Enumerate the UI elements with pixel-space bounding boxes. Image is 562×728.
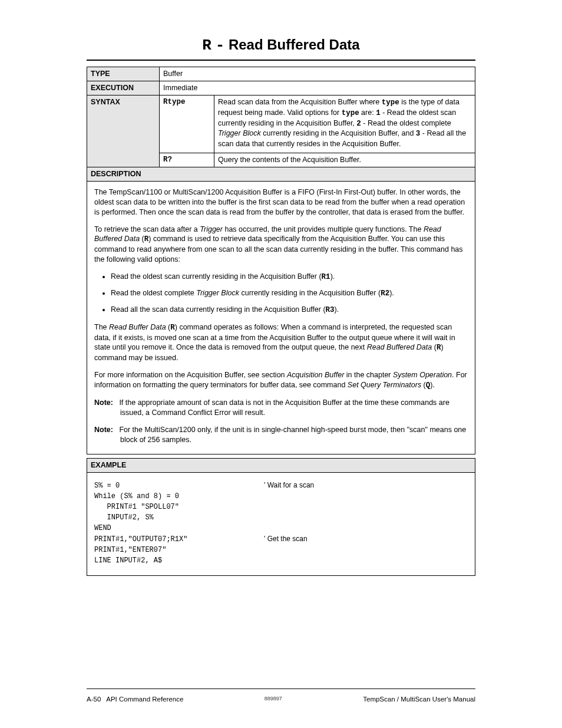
syntax1-description: Read scan data from the Acquisition Buff… <box>214 95 475 153</box>
options-list: Read the oldest scan currently residing … <box>94 272 468 315</box>
note-1: Note: If the appropriate amount of scan … <box>94 398 468 418</box>
example-body: S% = 0 ' Wait for a scan While (S% and 8… <box>87 473 475 576</box>
description-label: DESCRIPTION <box>87 167 475 182</box>
page-title: R - Read Buffered Data <box>87 35 475 56</box>
footer-rule <box>87 689 475 689</box>
syntax2-description: Query the contents of the Acquisition Bu… <box>214 153 475 167</box>
option-r2: Read the oldest complete Trigger Block c… <box>111 288 468 299</box>
execution-label: EXECUTION <box>87 81 160 95</box>
title-heading: Read Buffered Data <box>229 37 360 52</box>
option-r3: Read all the scan data currently residin… <box>111 305 468 315</box>
footer-right: TempScan / MultiScan User's Manual <box>363 695 475 704</box>
note-2: Note: For the MultiScan/1200 only, if th… <box>94 425 468 445</box>
command-table: TYPE Buffer EXECUTION Immediate SYNTAX R… <box>87 67 475 182</box>
execution-value: Immediate <box>160 81 475 95</box>
example-header: EXAMPLE <box>87 458 475 473</box>
syntax1-cmd: Rtype <box>160 95 214 153</box>
page-footer: A-50 API Command Reference 889897 TempSc… <box>87 695 475 704</box>
desc-p4: For more information on the Acquisition … <box>94 370 468 391</box>
footer-center: 889897 <box>265 695 282 704</box>
example-label: EXAMPLE <box>87 459 475 473</box>
desc-p2: To retrieve the scan data after a Trigge… <box>94 225 468 265</box>
type-value: Buffer <box>160 67 475 81</box>
footer-left: A-50 API Command Reference <box>87 695 183 704</box>
title-dash: - <box>216 37 225 54</box>
type-label: TYPE <box>87 67 160 81</box>
title-cmdletter: R <box>202 37 211 54</box>
desc-p1: The TempScan/1100 or MultiScan/1200 Acqu… <box>94 187 468 218</box>
syntax2-cmd: R? <box>160 153 214 167</box>
option-r1: Read the oldest scan currently residing … <box>111 272 468 282</box>
title-underline <box>87 60 475 61</box>
desc-p3: The Read Buffer Data (R) command operate… <box>94 322 468 364</box>
syntax-label: SYNTAX <box>87 95 160 167</box>
description-body: The TempScan/1100 or MultiScan/1200 Acqu… <box>87 182 475 455</box>
